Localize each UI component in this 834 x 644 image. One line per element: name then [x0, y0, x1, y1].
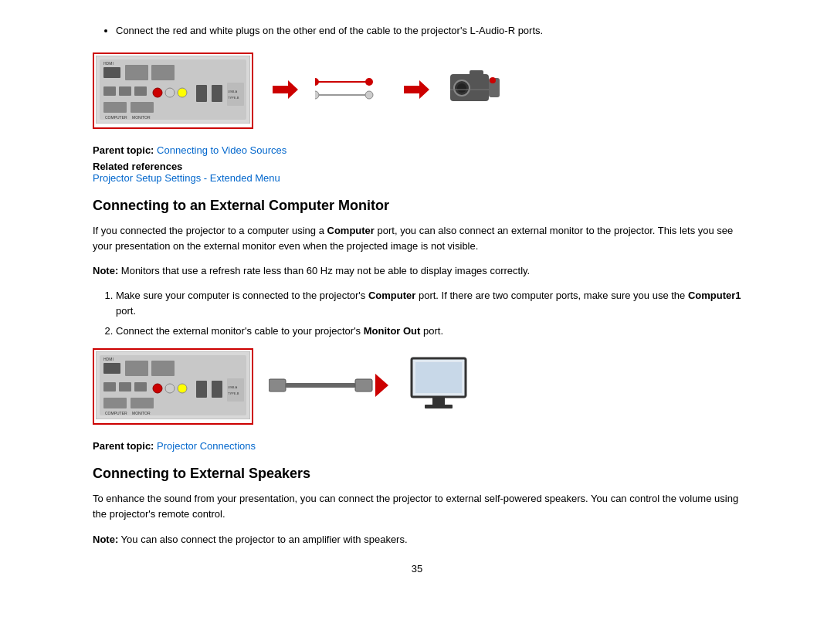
section2-note-label: Note: — [93, 534, 118, 545]
related-refs-link[interactable]: Projector Setup Settings - Extended Menu — [93, 172, 280, 184]
svg-point-26 — [315, 91, 319, 99]
svg-rect-50 — [227, 378, 244, 402]
svg-rect-57 — [269, 379, 286, 391]
svg-text:HDMI: HDMI — [103, 61, 114, 66]
svg-rect-5 — [151, 65, 175, 80]
svg-text:MONITOR: MONITOR — [132, 411, 151, 415]
svg-text:USB-A: USB-A — [228, 385, 238, 389]
step-1: Make sure your computer is connected to … — [116, 288, 741, 319]
svg-rect-53 — [103, 398, 127, 408]
svg-point-31 — [457, 83, 466, 93]
svg-rect-14 — [227, 83, 244, 106]
svg-point-24 — [365, 78, 373, 86]
svg-rect-63 — [432, 397, 445, 405]
section1-note-label: Note: — [93, 265, 118, 276]
svg-rect-12 — [196, 85, 207, 102]
svg-text:TYPE-B: TYPE-B — [228, 391, 239, 395]
svg-rect-4 — [125, 65, 148, 80]
svg-point-27 — [365, 91, 373, 99]
parent-topic-1-link[interactable]: Connecting to Video Sources — [157, 144, 286, 156]
svg-point-23 — [315, 78, 319, 86]
svg-rect-38 — [103, 363, 120, 374]
svg-rect-7 — [119, 86, 131, 96]
svg-rect-54 — [131, 398, 154, 408]
section1-body: If you connected the projector to a comp… — [93, 223, 741, 254]
diagram-1: HDMI USB-A TYPE-B — [93, 53, 741, 129]
diagram-2: HDMI USB-A TYPE-B COMPUTER MONITOR — [93, 348, 741, 425]
intro-bullet-list: Connect the red and white plugs on the o… — [93, 23, 741, 39]
svg-text:TYPE-B: TYPE-B — [228, 96, 239, 100]
step-2: Connect the external monitor's cable to … — [116, 324, 741, 339]
svg-text:COMPUTER: COMPUTER — [105, 115, 127, 120]
svg-point-10 — [165, 88, 175, 97]
projector-diagram-2: HDMI USB-A TYPE-B COMPUTER MONITOR — [93, 348, 253, 425]
page-number: 35 — [93, 563, 741, 575]
section2-body: To enhance the sound from your presentat… — [93, 491, 741, 522]
arrow-2 — [400, 74, 431, 107]
page-content: Connect the red and white plugs on the o… — [0, 0, 834, 644]
svg-rect-40 — [125, 361, 148, 376]
svg-rect-58 — [286, 383, 355, 388]
section2-heading: Connecting to External Speakers — [93, 466, 741, 482]
svg-rect-6 — [103, 86, 116, 96]
svg-point-46 — [165, 384, 175, 393]
parent-topic-2-label: Parent topic: — [93, 440, 154, 452]
svg-rect-44 — [134, 382, 147, 391]
vga-cable-diagram — [269, 370, 392, 403]
svg-marker-28 — [404, 80, 429, 99]
projector-diagram-1: HDMI USB-A TYPE-B — [93, 53, 253, 129]
svg-point-45 — [153, 384, 162, 393]
svg-text:HDMI: HDMI — [103, 357, 114, 361]
section1-note: Note: Monitors that use a refresh rate l… — [93, 263, 741, 279]
svg-rect-8 — [134, 86, 147, 96]
projector-back-svg-2: HDMI USB-A TYPE-B COMPUTER MONITOR — [96, 351, 250, 419]
svg-rect-42 — [103, 382, 116, 391]
svg-marker-21 — [273, 80, 298, 99]
svg-rect-62 — [415, 362, 462, 393]
parent-topic-1-label: Parent topic: — [93, 144, 154, 156]
arrow-1 — [269, 74, 300, 107]
svg-rect-41 — [151, 361, 175, 376]
svg-point-11 — [178, 88, 187, 97]
camcorder-diagram — [446, 66, 504, 115]
section1-steps: Make sure your computer is connected to … — [93, 288, 741, 339]
svg-rect-18 — [131, 102, 154, 113]
svg-text:COMPUTER: COMPUTER — [105, 411, 127, 415]
svg-rect-49 — [212, 381, 222, 398]
svg-point-47 — [178, 384, 187, 393]
monitor-diagram — [408, 357, 470, 417]
parent-topic-2-link[interactable]: Projector Connections — [157, 440, 256, 452]
section1-heading: Connecting to an External Computer Monit… — [93, 198, 741, 214]
intro-bullet-item: Connect the red and white plugs on the o… — [116, 23, 741, 39]
related-references: Related references Projector Setup Setti… — [93, 161, 741, 184]
section2-note: Note: You can also connect the projector… — [93, 532, 741, 547]
svg-text:MONITOR: MONITOR — [132, 115, 151, 120]
svg-rect-64 — [425, 405, 453, 408]
rca-cables — [315, 70, 385, 111]
svg-marker-60 — [375, 374, 388, 397]
svg-rect-13 — [212, 85, 222, 102]
svg-point-34 — [490, 77, 496, 83]
projector-back-svg-1: HDMI USB-A TYPE-B — [96, 56, 250, 124]
svg-rect-48 — [196, 381, 207, 398]
parent-topic-2: Parent topic: Projector Connections — [93, 440, 741, 452]
svg-rect-32 — [470, 70, 483, 80]
svg-rect-59 — [355, 379, 372, 391]
svg-rect-43 — [119, 382, 131, 391]
parent-topic-1: Parent topic: Connecting to Video Source… — [93, 144, 741, 156]
svg-rect-2 — [103, 67, 120, 78]
related-refs-label: Related references — [93, 161, 182, 172]
svg-point-9 — [153, 88, 162, 97]
svg-rect-17 — [103, 102, 127, 113]
svg-text:USB-A: USB-A — [228, 90, 238, 93]
